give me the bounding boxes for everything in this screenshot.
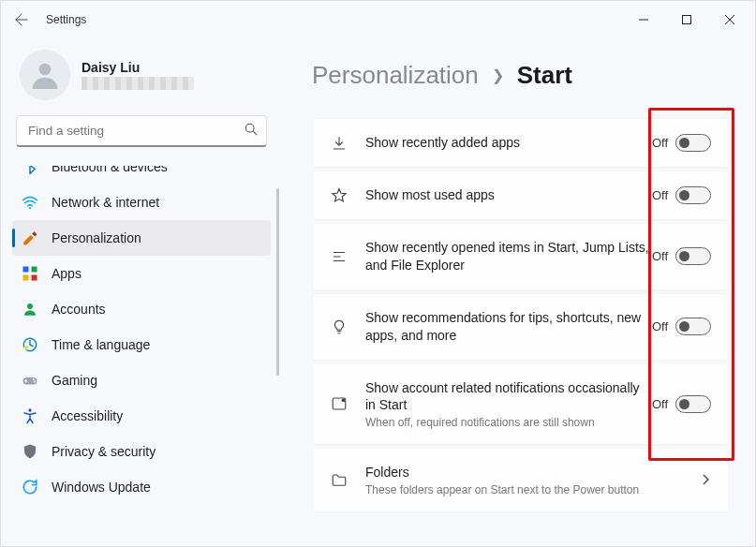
bulb-icon [330, 318, 348, 335]
row-title: Folders [365, 464, 690, 481]
update-icon [22, 479, 38, 495]
profile-name: Daisy Liu [82, 60, 194, 75]
toggle-status: Off [652, 188, 668, 202]
row-title: Show account related notifications occas… [365, 379, 652, 415]
toggle-switch[interactable] [675, 318, 711, 335]
sidebar-item-label: Privacy & security [52, 444, 156, 459]
bluetooth-icon [22, 166, 38, 175]
back-arrow-icon [15, 13, 28, 26]
chevron-right-icon [702, 472, 711, 489]
row-texts: Show account related notifications occas… [365, 379, 652, 430]
sidebar-item-accessibility[interactable]: Accessibility [12, 398, 271, 434]
close-icon [725, 15, 734, 24]
folder-icon [330, 472, 348, 489]
svg-point-16 [342, 399, 346, 403]
sidebar-item-gaming[interactable]: Gaming [12, 362, 271, 398]
accounts-icon [22, 301, 38, 318]
svg-point-12 [33, 378, 35, 380]
download-icon [330, 135, 348, 152]
svg-rect-4 [23, 267, 29, 273]
sidebar-item-network[interactable]: Network & internet [12, 185, 271, 220]
row-title: Show most used apps [365, 186, 652, 204]
apps-icon [22, 265, 38, 282]
toggle-status: Off [652, 136, 668, 150]
row-subtitle: These folders appear on Start next to th… [365, 483, 690, 496]
svg-point-3 [29, 207, 31, 209]
row-texts: FoldersThese folders appear on Start nex… [365, 464, 690, 496]
setting-row-2[interactable]: Show recently opened items in Start, Jum… [312, 223, 729, 290]
toggle-status: Off [652, 319, 668, 333]
privacy-icon [22, 443, 38, 460]
sidebar-item-personalization[interactable]: Personalization [12, 220, 271, 256]
gaming-icon [22, 372, 38, 389]
breadcrumb-prev[interactable]: Personalization [312, 61, 479, 90]
personalization-icon [22, 229, 38, 246]
row-title: Show recommendations for tips, shortcuts… [365, 309, 652, 345]
svg-point-10 [24, 346, 29, 350]
sidebar-item-label: Time & language [52, 337, 150, 352]
notification-icon [330, 395, 348, 412]
profile-info: Daisy Liu [82, 60, 194, 90]
sidebar: Daisy Liu Bluetooth & devicesNetwork & i… [1, 38, 282, 546]
svg-point-2 [245, 124, 254, 132]
sidebar-item-label: Accessibility [52, 408, 123, 423]
network-icon [22, 194, 38, 211]
search-input[interactable] [16, 115, 267, 147]
setting-row-4[interactable]: Show account related notifications occas… [312, 363, 729, 446]
toggle-switch[interactable] [675, 134, 711, 152]
row-title: Show recently opened items in Start, Jum… [365, 239, 652, 274]
nav-list: Bluetooth & devicesNetwork & internetPer… [12, 166, 271, 505]
breadcrumb-current: Start [517, 61, 572, 90]
breadcrumb: Personalization ❯ Start [312, 61, 729, 90]
row-texts: Show recently opened items in Start, Jum… [365, 239, 652, 274]
svg-rect-6 [23, 275, 29, 281]
setting-row-5[interactable]: FoldersThese folders appear on Start nex… [312, 448, 729, 512]
toggle-status: Off [652, 397, 668, 411]
user-icon [28, 58, 62, 92]
svg-point-14 [28, 408, 31, 411]
row-texts: Show recently added apps [365, 134, 652, 152]
sidebar-item-privacy[interactable]: Privacy & security [12, 434, 271, 469]
sidebar-item-label: Bluetooth & devices [52, 166, 168, 174]
window-controls [622, 6, 751, 34]
sidebar-item-bluetooth[interactable]: Bluetooth & devices [12, 166, 271, 185]
svg-rect-0 [683, 16, 691, 24]
sidebar-item-apps[interactable]: Apps [12, 256, 271, 291]
chevron-right-icon: ❯ [492, 67, 504, 84]
minimize-button[interactable] [622, 6, 665, 34]
profile-email-redacted [82, 77, 194, 90]
minimize-icon [639, 15, 648, 24]
setting-row-1[interactable]: Show most used appsOff [312, 170, 729, 220]
list-icon [330, 248, 348, 265]
sidebar-item-label: Accounts [52, 302, 106, 317]
svg-rect-7 [32, 275, 37, 281]
sidebar-item-update[interactable]: Windows Update [12, 469, 271, 505]
search-icon [245, 123, 258, 140]
toggle-switch[interactable] [675, 395, 711, 413]
accessibility-icon [22, 407, 38, 424]
svg-point-13 [34, 381, 36, 383]
maximize-icon [682, 15, 691, 24]
toggle-switch[interactable] [675, 186, 711, 204]
sidebar-item-label: Network & internet [52, 195, 159, 210]
search-wrap [16, 115, 267, 147]
maximize-button[interactable] [665, 6, 708, 34]
svg-point-8 [27, 303, 33, 309]
svg-rect-5 [32, 267, 37, 273]
back-button[interactable] [5, 3, 38, 37]
profile-section[interactable]: Daisy Liu [12, 38, 271, 115]
sidebar-item-label: Windows Update [52, 480, 151, 495]
svg-point-1 [39, 64, 52, 76]
close-button[interactable] [708, 6, 751, 34]
window-title: Settings [46, 13, 86, 26]
setting-row-0[interactable]: Show recently added appsOff [312, 118, 729, 168]
sidebar-item-accounts[interactable]: Accounts [12, 291, 271, 327]
row-title: Show recently added apps [365, 134, 652, 152]
toggle-switch[interactable] [675, 247, 711, 265]
sidebar-scrollbar[interactable] [276, 188, 279, 376]
avatar [20, 50, 70, 100]
setting-row-3[interactable]: Show recommendations for tips, shortcuts… [312, 293, 729, 361]
sidebar-item-time[interactable]: Time & language [12, 327, 271, 362]
time-icon [22, 336, 38, 353]
sidebar-item-label: Gaming [52, 373, 97, 388]
